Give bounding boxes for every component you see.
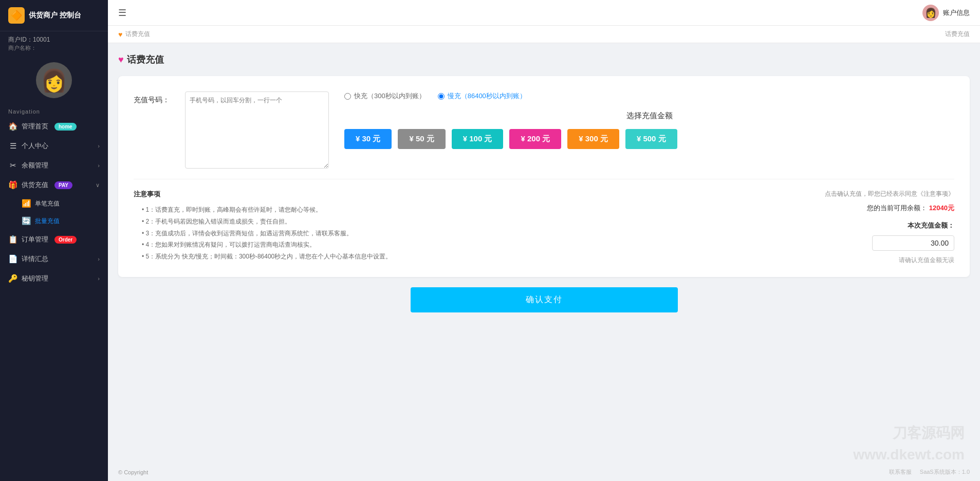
- card-divider: [134, 179, 954, 179]
- notes-item-3: 3：充值成功后，详情会收到运营商短信，如遇运营商系统忙，请联系客服。: [142, 228, 809, 239]
- notes-section: 注意事项 1：话费直充，即时到账，高峰期会有些许延时，请您耐心等候。 2：手机号…: [134, 190, 809, 265]
- charge-code-textarea[interactable]: [185, 91, 329, 169]
- supply-icon: 🎁: [8, 180, 17, 190]
- topbar-avatar: 👩: [922, 5, 939, 21]
- confirm-button-wrap: 确认支付: [118, 277, 970, 318]
- amount-btn-100[interactable]: ¥ 100 元: [452, 129, 504, 149]
- amount-btn-300[interactable]: ¥ 300 元: [567, 129, 619, 149]
- charge-confirm-hint: 请确认充值金额无误: [825, 256, 954, 265]
- fast-charge-label: 快充（300秒以内到账）: [354, 91, 426, 101]
- form-row-main: 充值号码： 快充（300秒以内到账） 慢充（86400秒以内到账）: [134, 91, 954, 169]
- amount-btn-50[interactable]: ¥ 50 元: [398, 129, 445, 149]
- sidebar-item-summary[interactable]: 📄 详情汇总 ›: [0, 249, 108, 269]
- supply-sub-menu: 📶 单笔充值 🔄 批量充值: [0, 195, 108, 230]
- sidebar-item-supply[interactable]: 🎁 供货充值 PAY ∨: [0, 175, 108, 195]
- amount-btn-500[interactable]: ¥ 500 元: [625, 129, 677, 149]
- sidebar-item-label: 供货充值: [22, 180, 48, 190]
- sidebar-item-label: 余额管理: [22, 161, 48, 170]
- single-charge-icon: 📶: [22, 199, 31, 208]
- footer-links: 联系客服 SaaS系统版本：1.0: [889, 468, 970, 476]
- amount-btn-200[interactable]: ¥ 200 元: [509, 129, 561, 149]
- chevron-down-icon: ∨: [96, 182, 100, 189]
- title-heart-icon: ♥: [118, 54, 124, 65]
- footer-version: SaaS系统版本：1.0: [920, 468, 970, 476]
- amount-btn-30[interactable]: ¥ 30 元: [344, 129, 392, 149]
- bottom-section: 注意事项 1：话费直充，即时到账，高峰期会有些许延时，请您耐心等候。 2：手机号…: [134, 190, 954, 265]
- sidebar-merchant-id: 商户ID：10001: [8, 35, 100, 44]
- sidebar-item-balance[interactable]: ✂ 余额管理 ›: [0, 156, 108, 175]
- sidebar-item-order[interactable]: 📋 订单管理 Order: [0, 230, 108, 249]
- main-card: 充值号码： 快充（300秒以内到账） 慢充（86400秒以内到账）: [118, 76, 970, 277]
- notes-title: 注意事项: [134, 190, 809, 199]
- home-icon: 🏠: [8, 122, 17, 131]
- balance-value: 12040元: [929, 204, 954, 212]
- personal-icon: ☰: [8, 141, 17, 151]
- slow-charge-radio[interactable]: [438, 93, 445, 100]
- breadcrumb-label: 话费充值: [125, 30, 150, 39]
- topbar-account[interactable]: 👩 账户信息: [922, 5, 970, 21]
- hamburger-button[interactable]: ☰: [118, 7, 126, 18]
- charge-type-radio-group: 快充（300秒以内到账） 慢充（86400秒以内到账）: [344, 91, 954, 101]
- breadcrumb-current: 话费充值: [945, 30, 970, 39]
- notes-item-4: 4：您如果对到账情况有疑问，可以拨打运营商电话查询核实。: [142, 239, 809, 251]
- chevron-right-icon: ›: [98, 256, 100, 262]
- chevron-right-icon: ›: [98, 162, 100, 169]
- charge-amount-label: 本次充值金额：: [825, 221, 954, 230]
- chevron-right-icon: ›: [98, 275, 100, 282]
- sidebar-avatar-section: 👩: [0, 53, 108, 103]
- home-badge: home: [54, 123, 77, 131]
- sidebar-sub-label: 批量充值: [35, 217, 60, 226]
- main-area: ☰ 👩 账户信息 ♥ 话费充值 话费充值 ♥ 话费充值 充值号码：: [108, 0, 980, 481]
- notes-item-5: 5：系统分为 快充/慢充；时间截：300秒-86400秒之内，请您在个人中心基本…: [142, 251, 809, 263]
- sidebar-header: 🔶 供货商户 控制台: [0, 0, 108, 31]
- amount-section: 选择充值金额 ¥ 30 元 ¥ 50 元 ¥ 100 元 ¥ 200 元 ¥ 3…: [344, 111, 954, 149]
- breadcrumb: ♥ 话费充值 话费充值: [108, 26, 980, 43]
- breadcrumb-icon: ♥: [118, 30, 122, 39]
- sidebar-avatar: 👩: [36, 62, 72, 98]
- amount-buttons: ¥ 30 元 ¥ 50 元 ¥ 100 元 ¥ 200 元 ¥ 300 元 ¥ …: [344, 129, 954, 149]
- sidebar-item-label: 订单管理: [22, 235, 48, 244]
- sidebar-sub-label: 单笔充值: [35, 199, 60, 208]
- page-content: ♥ 话费充值 充值号码： 快充（300秒以内到账） 慢充（8640: [108, 43, 980, 463]
- page-title-text: 话费充值: [127, 53, 164, 66]
- batch-charge-icon: 🔄: [22, 216, 31, 226]
- slow-charge-option[interactable]: 慢充（86400秒以内到账）: [438, 91, 526, 101]
- slow-charge-label: 慢充（86400秒以内到账）: [448, 91, 526, 101]
- notes-item-1: 1：话费直充，即时到账，高峰期会有些许延时，请您耐心等候。: [142, 204, 809, 216]
- topbar-account-label: 账户信息: [943, 8, 970, 17]
- order-badge: Order: [54, 236, 77, 244]
- right-panel: 点击确认充值，即您已经表示同意《注意事项》 您的当前可用余额： 12040元 本…: [825, 190, 954, 265]
- sidebar-item-label: 管理首页: [22, 122, 48, 131]
- sidebar-merchant-name: 商户名称：: [8, 44, 100, 52]
- sidebar-item-secret[interactable]: 🔑 秘钥管理 ›: [0, 269, 108, 288]
- balance-icon: ✂: [8, 161, 17, 170]
- confirm-hint-text: 点击确认充值，即您已经表示同意《注意事项》: [825, 190, 954, 198]
- notes-list: 1：话费直充，即时到账，高峰期会有些许延时，请您耐心等候。 2：手机号码若因您输…: [134, 204, 809, 263]
- sidebar-item-single-charge[interactable]: 📶 单笔充值: [16, 195, 108, 212]
- notes-item-2: 2：手机号码若因您输入错误而造成损失，责任自担。: [142, 216, 809, 228]
- confirm-pay-button[interactable]: 确认支付: [411, 287, 678, 312]
- amount-title: 选择充值金额: [344, 111, 954, 121]
- charge-amount-input[interactable]: [872, 235, 954, 251]
- secret-icon: 🔑: [8, 274, 17, 283]
- fast-charge-option[interactable]: 快充（300秒以内到账）: [344, 91, 426, 101]
- footer-link-contact[interactable]: 联系客服: [889, 468, 912, 476]
- fast-charge-radio[interactable]: [344, 93, 351, 100]
- sidebar-logo-icon: 🔶: [8, 7, 25, 24]
- footer-copyright: © Copyright: [118, 469, 148, 475]
- sidebar-item-home[interactable]: 🏠 管理首页 home: [0, 117, 108, 136]
- sidebar: 🔶 供货商户 控制台 商户ID：10001 商户名称： 👩 Navigation…: [0, 0, 108, 481]
- sidebar-item-label: 详情汇总: [22, 254, 48, 264]
- charge-options: 快充（300秒以内到账） 慢充（86400秒以内到账） 选择充值金额 ¥ 30 …: [344, 91, 954, 149]
- sidebar-item-label: 秘钥管理: [22, 274, 48, 283]
- sidebar-app-title: 供货商户 控制台: [29, 11, 81, 20]
- nav-section-label: Navigation: [0, 103, 108, 117]
- chevron-right-icon: ›: [98, 143, 100, 149]
- sidebar-item-label: 个人中心: [22, 141, 48, 151]
- sidebar-item-personal[interactable]: ☰ 个人中心 ›: [0, 136, 108, 156]
- balance-row: 您的当前可用余额： 12040元: [825, 203, 954, 213]
- order-icon: 📋: [8, 235, 17, 244]
- sidebar-item-batch-charge[interactable]: 🔄 批量充值: [16, 212, 108, 230]
- summary-icon: 📄: [8, 254, 17, 264]
- topbar-left: ☰: [118, 7, 126, 18]
